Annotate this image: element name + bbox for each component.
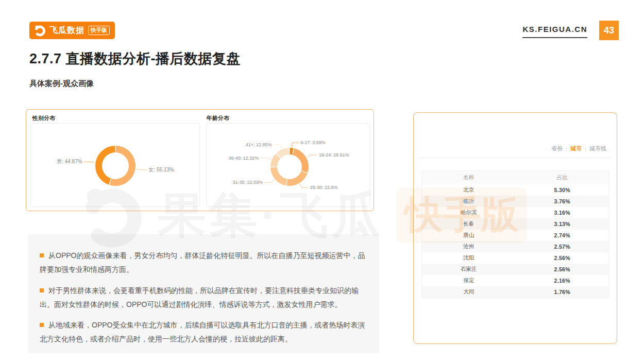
city-name-cell: 临沂 — [422, 198, 516, 205]
city-name-cell: 长春 — [422, 220, 516, 228]
insight-text: 从地域来看，OPPO受众集中在北方城市，后续自播可以选取具有北方口音的主播，或者… — [40, 321, 365, 343]
region-panel: 省份|城市|城市线 名称占比北京5.30%临沂3.76%哈尔滨3.16%长春3.… — [413, 112, 617, 344]
table-row: 长春3.13% — [422, 218, 609, 230]
table-row: 唐山2.74% — [422, 230, 609, 241]
insight-text: 对于男性群体来说，会更看重手机数码的性能，所以品牌在宣传时，要注意科技垂类专业知… — [40, 286, 359, 308]
column-header: 占比 — [516, 174, 609, 181]
label-leader-line — [136, 169, 147, 170]
region-tabs: 省份|城市|城市线 — [548, 145, 609, 152]
brand-name: 飞瓜数据 — [49, 25, 84, 36]
gender-chart-card: 女: 55.13%男: 44.87% — [30, 123, 200, 207]
gender-donut-chart: 女: 55.13%男: 44.87% — [31, 124, 199, 206]
age-donut-chart: 6-17: 3.59%18-24: 26.61%25-30: 22.6%31-3… — [207, 124, 370, 206]
insight-paragraph: 从OPPO的观众画像来看，男女分布均匀，群体泛龄化特征明显。所以在自播乃至短视频… — [40, 249, 367, 277]
city-name-cell: 唐山 — [422, 232, 516, 239]
insight-text: 从OPPO的观众画像来看，男女分布均匀，群体泛龄化特征明显。所以在自播乃至短视频… — [40, 251, 365, 273]
city-percent-cell: 1.76% — [516, 289, 609, 295]
region-tab-省份[interactable]: 省份 — [548, 145, 566, 152]
city-percent-cell: 5.30% — [516, 187, 609, 193]
age-chart-title: 年龄分布 — [207, 114, 229, 122]
age-chart-card: 6-17: 3.59%18-24: 26.61%25-30: 22.6%31-3… — [206, 123, 370, 207]
city-name-cell: 大同 — [422, 288, 516, 296]
table-row: 北京5.30% — [422, 184, 609, 196]
bullet-square-icon — [40, 288, 44, 292]
bullet-square-icon — [40, 323, 44, 327]
label-leader-line — [292, 143, 299, 147]
segment-label: 男: 44.87% — [57, 159, 82, 164]
segment-label: 6-17: 3.59% — [300, 140, 326, 145]
city-name-cell: 沈阳 — [422, 254, 516, 262]
city-percent-cell: 3.16% — [516, 210, 609, 216]
label-leader-line — [300, 184, 309, 188]
segment-label: 18-24: 26.61% — [319, 152, 349, 158]
city-name-cell: 保定 — [422, 277, 516, 284]
city-percent-cell: 2.56% — [516, 266, 609, 272]
city-percent-cell: 2.56% — [516, 255, 609, 261]
region-tab-城市线[interactable]: 城市线 — [586, 145, 609, 152]
city-percent-cell: 3.13% — [516, 221, 609, 227]
city-name-cell: 沧州 — [422, 243, 516, 250]
table-row: 哈尔滨3.16% — [422, 207, 609, 218]
insights-block: 从OPPO的观众画像来看，男女分布均匀，群体泛龄化特征明显。所以在自播乃至短视频… — [28, 234, 379, 353]
segment-label: 36-40: 12.32% — [229, 156, 259, 161]
page-title: 2.7.7 直播数据分析-播后数据复盘 — [29, 49, 241, 68]
city-percent-cell: 3.76% — [516, 198, 609, 204]
page-number-badge: 43 — [599, 21, 619, 40]
label-leader-line — [307, 155, 317, 157]
column-header: 名称 — [422, 174, 516, 181]
segment-label: 41+: 12.85% — [246, 142, 272, 147]
segment-label: 25-30: 22.6% — [310, 185, 338, 190]
label-leader-line — [264, 180, 274, 182]
table-header-row: 名称占比 — [422, 171, 609, 184]
table-row: 沧州2.57% — [422, 241, 609, 252]
region-tab-城市[interactable]: 城市 — [567, 145, 585, 152]
edition-badge: 快手版 — [88, 26, 110, 35]
feigua-swirl-icon — [33, 24, 46, 37]
table-row: 沈阳2.56% — [422, 252, 609, 264]
audience-charts-panel: 性别分布 年龄分布 女: 55.13%男: 44.87% 6-17: 3.59%… — [26, 109, 374, 211]
region-table: 名称占比北京5.30%临沂3.76%哈尔滨3.16%长春3.13%唐山2.74%… — [421, 170, 609, 298]
insight-paragraph: 对于男性群体来说，会更看重手机数码的性能，所以品牌在宣传时，要注意科技垂类专业知… — [40, 284, 367, 312]
gender-chart-title: 性别分布 — [32, 114, 55, 122]
insight-paragraph: 从地域来看，OPPO受众集中在北方城市，后续自播可以选取具有北方口音的主播，或者… — [40, 318, 367, 347]
city-percent-cell: 2.16% — [516, 278, 609, 284]
city-name-cell: 哈尔滨 — [422, 209, 516, 216]
city-name-cell: 石家庄 — [422, 266, 516, 273]
brand-logo: 飞瓜数据 快手版 — [29, 22, 115, 39]
label-leader-line — [274, 145, 282, 148]
city-percent-cell: 2.74% — [516, 232, 609, 238]
report-page: 飞瓜数据 快手版 KS.FEIGUA.CN 43 2.7.7 直播数据分析-播后… — [0, 0, 644, 362]
city-name-cell: 北京 — [422, 186, 516, 194]
label-leader-line — [84, 162, 95, 162]
donut-segment-31-35 — [270, 167, 287, 186]
section-subtitle: 具体案例-观众画像 — [29, 79, 94, 89]
city-percent-cell: 2.57% — [516, 244, 609, 250]
table-row: 保定2.16% — [422, 275, 609, 286]
table-row: 大同1.76% — [422, 286, 609, 298]
label-leader-line — [260, 158, 270, 160]
site-link[interactable]: KS.FEIGUA.CN — [522, 25, 587, 38]
segment-label: 31-35: 22.03% — [233, 180, 263, 185]
donut-segment-18-24 — [293, 148, 309, 173]
tabs-divider — [419, 158, 612, 158]
bullet-square-icon — [40, 253, 44, 257]
donut-segment-25-30 — [286, 171, 307, 186]
segment-label: 女: 55.13% — [148, 167, 174, 173]
table-row: 临沂3.76% — [422, 196, 609, 207]
table-row: 石家庄2.56% — [422, 264, 609, 275]
